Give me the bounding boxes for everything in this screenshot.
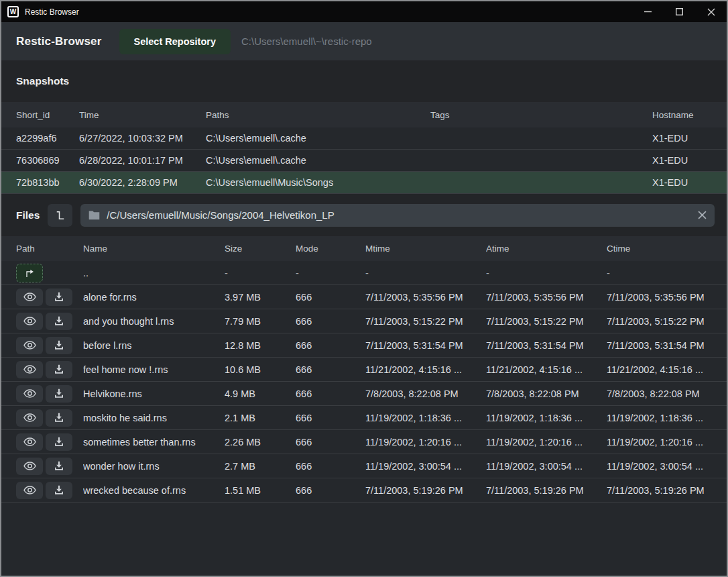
minimize-icon xyxy=(644,8,652,15)
download-file-button[interactable] xyxy=(46,288,72,306)
view-file-button[interactable] xyxy=(16,409,43,427)
window-title: Restic Browser xyxy=(25,7,632,17)
file-row: Helvikone.rns 4.9 MB 666 7/8/2003, 8:22:… xyxy=(1,382,727,406)
view-file-button[interactable] xyxy=(16,458,43,475)
maximize-icon xyxy=(676,8,683,15)
files-table-header: Path Name Size Mode Mtime Atime Ctime xyxy=(1,236,727,261)
file-atime: 11/21/2002, 4:15:16 ... xyxy=(486,364,607,375)
maximize-button[interactable] xyxy=(664,1,695,22)
clear-path-button[interactable] xyxy=(698,211,707,219)
file-atime: 7/11/2003, 5:35:56 PM xyxy=(486,292,607,303)
download-file-button[interactable] xyxy=(46,313,72,330)
file-size: 1.51 MB xyxy=(225,485,296,496)
column-header-mtime: Mtime xyxy=(365,244,486,254)
files-path-value: /C/Users/emuell/Music/Songs/2004_Helveti… xyxy=(107,209,691,221)
file-mode: 666 xyxy=(296,388,365,399)
file-row: wrecked because of.rns 1.51 MB 666 7/11/… xyxy=(1,478,727,503)
view-file-button[interactable] xyxy=(16,337,43,354)
file-name: sometimes better than.rns xyxy=(83,437,225,448)
snapshot-row[interactable]: 76306869 6/28/2022, 10:01:17 PM C:\Users… xyxy=(1,150,727,172)
file-mtime: - xyxy=(365,268,486,278)
file-atime: 11/19/2002, 1:18:36 ... xyxy=(486,413,607,423)
snapshot-row[interactable]: a2299af6 6/27/2022, 10:03:32 PM C:\Users… xyxy=(1,127,727,150)
select-repository-button[interactable]: Select Repository xyxy=(119,29,231,54)
parent-directory-button[interactable] xyxy=(16,264,43,282)
minimize-button[interactable] xyxy=(632,1,664,22)
file-size: 12.8 MB xyxy=(225,340,296,351)
view-file-button[interactable] xyxy=(16,433,43,451)
file-mtime: 7/11/2003, 5:19:26 PM xyxy=(365,485,486,496)
snapshot-short-id: a2299af6 xyxy=(16,133,79,144)
file-row: and you thought l.rns 7.79 MB 666 7/11/2… xyxy=(1,309,727,333)
file-mode: 666 xyxy=(296,485,365,496)
file-row: feel home now !.rns 10.6 MB 666 11/21/20… xyxy=(1,358,727,382)
file-size: 3.97 MB xyxy=(225,292,296,303)
file-mode: 666 xyxy=(296,461,365,472)
column-header-short-id: Short_id xyxy=(16,110,79,120)
column-header-atime: Atime xyxy=(486,244,607,254)
download-file-button[interactable] xyxy=(46,385,72,403)
file-name: Helvikone.rns xyxy=(83,388,225,399)
download-file-button[interactable] xyxy=(46,337,72,354)
file-atime: 7/8/2003, 8:22:08 PM xyxy=(486,388,607,399)
file-mtime: 11/19/2002, 3:00:54 ... xyxy=(365,461,486,472)
download-file-button[interactable] xyxy=(46,458,72,475)
files-level-button[interactable] xyxy=(48,204,72,227)
download-file-button[interactable] xyxy=(46,409,72,427)
eye-icon xyxy=(23,316,36,326)
file-size: 10.6 MB xyxy=(225,364,296,375)
eye-icon xyxy=(23,388,36,399)
file-mode: 666 xyxy=(296,340,365,351)
file-mode: 666 xyxy=(296,437,365,448)
snapshot-hostname: X1-EDU xyxy=(652,133,712,144)
file-ctime: 11/19/2002, 1:18:36 ... xyxy=(607,413,712,423)
app-logo-icon: W xyxy=(7,6,19,17)
file-mode: 666 xyxy=(296,292,365,303)
file-atime: 7/11/2003, 5:19:26 PM xyxy=(486,485,607,496)
column-header-path: Path xyxy=(16,244,83,254)
download-icon xyxy=(54,413,64,423)
files-path-input[interactable]: /C/Users/emuell/Music/Songs/2004_Helveti… xyxy=(80,204,715,227)
eye-icon xyxy=(23,413,36,423)
view-file-button[interactable] xyxy=(16,361,43,378)
arrow-up-right-icon xyxy=(24,268,35,278)
file-name: .. xyxy=(83,268,225,278)
file-row: moskito he said.rns 2.1 MB 666 11/19/200… xyxy=(1,406,727,430)
download-icon xyxy=(54,292,64,302)
parent-directory-row: .. - - - - - xyxy=(1,261,727,285)
snapshot-short-id: 72b813bb xyxy=(16,177,79,188)
titlebar: W Restic Browser xyxy=(1,1,727,22)
download-file-button[interactable] xyxy=(46,482,72,499)
snapshot-hostname: X1-EDU xyxy=(652,155,712,166)
files-section-title: Files xyxy=(16,209,40,221)
column-header-hostname: Hostname xyxy=(652,110,712,120)
close-button[interactable] xyxy=(695,1,727,22)
snapshots-section-header: Snapshots xyxy=(1,60,727,102)
view-file-button[interactable] xyxy=(16,385,43,403)
file-name: wonder how it.rns xyxy=(83,461,225,472)
app-header: Restic-Browser Select Repository C:\User… xyxy=(1,22,727,60)
file-ctime: 7/11/2003, 5:31:54 PM xyxy=(607,340,712,351)
download-file-button[interactable] xyxy=(46,361,72,378)
view-file-button[interactable] xyxy=(16,288,43,306)
file-ctime: 11/19/2002, 3:00:54 ... xyxy=(607,461,712,472)
snapshot-row-selected[interactable]: 72b813bb 6/30/2022, 2:28:09 PM C:\Users\… xyxy=(1,172,727,194)
file-atime: 11/19/2002, 3:00:54 ... xyxy=(486,461,607,472)
view-file-button[interactable] xyxy=(16,313,43,330)
eye-icon xyxy=(23,292,36,302)
file-name: feel home now !.rns xyxy=(83,364,225,375)
file-mtime: 11/21/2002, 4:15:16 ... xyxy=(365,364,486,375)
download-icon xyxy=(54,461,64,471)
eye-icon xyxy=(23,340,36,350)
file-row: alone for.rns 3.97 MB 666 7/11/2003, 5:3… xyxy=(1,285,727,309)
column-header-time: Time xyxy=(79,110,206,120)
file-mode: 666 xyxy=(296,364,365,375)
download-file-button[interactable] xyxy=(46,433,72,451)
file-mtime: 7/11/2003, 5:15:22 PM xyxy=(365,316,486,327)
file-atime: 7/11/2003, 5:31:54 PM xyxy=(486,340,607,351)
view-file-button[interactable] xyxy=(16,482,43,499)
column-header-mode: Mode xyxy=(296,244,365,254)
file-size: - xyxy=(225,268,296,278)
column-header-paths: Paths xyxy=(206,110,430,120)
file-mode: 666 xyxy=(296,413,365,423)
